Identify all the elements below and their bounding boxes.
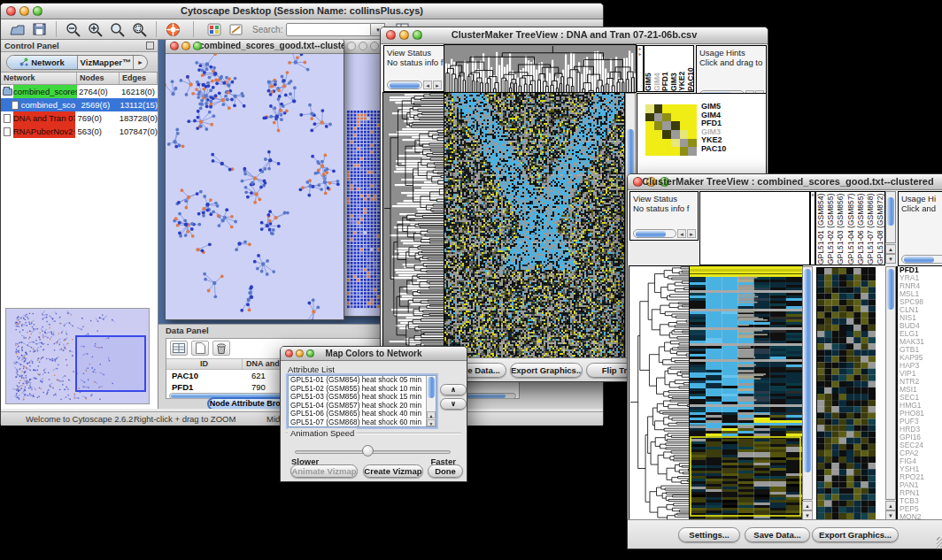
scroll-down-icon[interactable]: ▼	[885, 254, 896, 264]
view-status-panel: View Status No status info f ◄►	[383, 45, 444, 92]
row-label: PAC10	[701, 145, 726, 154]
labels-vscrollbar[interactable]	[885, 191, 896, 243]
hscrollbar[interactable]	[901, 254, 942, 264]
scroll-up-icon[interactable]: ▲	[427, 411, 436, 418]
zoom-button[interactable]	[370, 42, 379, 50]
new-attribute-icon[interactable]	[191, 341, 209, 356]
sc roll-up-icon[interactable]: ▲	[885, 244, 896, 254]
treeview1-titlebar[interactable]: ClusterMaker TreeView : DNA and Tran 07-…	[381, 27, 768, 44]
column-header-edges[interactable]: Edges	[120, 73, 158, 84]
correlation-heatmap[interactable]	[645, 104, 697, 156]
move-up-button[interactable]: ∧	[440, 384, 467, 395]
save-icon[interactable]	[28, 20, 50, 38]
scrollbar-thumb[interactable]	[804, 269, 811, 472]
open-folder-icon[interactable]	[6, 20, 28, 38]
column-labels: GPL51-01 (GSM854)GPL51-02 (GSM855)GPL51-…	[815, 191, 885, 265]
zoom-out-icon[interactable]	[62, 20, 84, 38]
speed-slider-thumb[interactable]	[362, 445, 374, 456]
overview-viewport-rect[interactable]	[75, 335, 146, 392]
network-row[interactable]: RNAPuberNov2+! 563(0) 107847(0)	[1, 125, 158, 138]
minimize-button[interactable]	[181, 42, 190, 50]
scroll-down-icon[interactable]: ▼	[427, 419, 436, 426]
heatmap-vscrollbar[interactable]	[802, 266, 813, 500]
scroll-up-icon[interactable]: ▲	[885, 501, 896, 510]
hscrollbar[interactable]: ◄►	[387, 80, 442, 89]
label-scroll-strip[interactable]: ►►	[637, 45, 644, 92]
network-view-window[interactable]: combined_scores_good.txt--cluste...	[165, 40, 344, 320]
heatmap-main[interactable]	[444, 93, 624, 359]
network-edges: 107847(0)	[118, 125, 158, 138]
minimize-button[interactable]	[359, 42, 367, 50]
annotation-icon[interactable]	[225, 20, 247, 38]
dialog-titlebar[interactable]: Map Colors to Network	[281, 347, 467, 361]
network-window-titlebar[interactable]: combined_scores_good.txt--cluste...	[166, 40, 344, 54]
map-colors-dialog: Map Colors to Network Attribute List ▲ ▼…	[280, 346, 467, 482]
scroll-right-icon[interactable]: ►	[687, 229, 696, 238]
gim-cell	[645, 147, 654, 156]
scrollbar-thumb[interactable]	[887, 197, 894, 226]
column-dendrogram-area[interactable]	[699, 191, 810, 265]
export-graphics-button[interactable]: Export Graphics...	[812, 527, 899, 542]
hscrollbar[interactable]: ◄►	[633, 228, 696, 238]
inactive-titlebar[interactable]	[343, 40, 383, 54]
scroll-arrows: ▲▼	[802, 501, 813, 520]
scroll-up-icon[interactable]: ▲	[802, 501, 813, 510]
tab-vizmapper[interactable]: VizMapper™	[78, 56, 133, 69]
scroll-left-icon[interactable]: ◄	[677, 229, 686, 238]
scrollbar-thumb[interactable]	[390, 82, 420, 88]
create-vizmap-button[interactable]: Create Vizmap	[363, 464, 423, 478]
help-lifering-icon[interactable]	[162, 20, 184, 38]
network-row[interactable]: combined_scores 2764(0) 16218(0)	[1, 85, 158, 98]
column-header-id[interactable]: ID	[166, 359, 243, 369]
settings-button[interactable]: Settings...	[678, 527, 740, 542]
export-graphics-button[interactable]: Export Graphics...	[510, 363, 583, 378]
network-overview-panel[interactable]	[5, 308, 150, 404]
view-status-title: View Status	[630, 192, 698, 203]
dialog-title: Map Colors to Network	[281, 349, 467, 358]
network-row[interactable]: DNA and Tran 07 769(0) 183728(0)	[1, 111, 158, 125]
gim-cell	[654, 113, 663, 122]
move-down-button[interactable]: ∨	[440, 398, 467, 410]
zoom-selected-icon[interactable]	[106, 20, 128, 38]
scroll-left-icon[interactable]: ◄	[423, 81, 432, 89]
heatmap-main[interactable]	[690, 266, 802, 521]
row-dendrogram[interactable]	[383, 93, 444, 359]
select-attributes-icon[interactable]	[170, 341, 188, 356]
vizmapper-icon[interactable]	[203, 20, 225, 38]
list-vscrollbar[interactable]: ▲ ▼	[426, 376, 436, 426]
network-view-window-background[interactable]	[342, 40, 384, 317]
row-dendrogram[interactable]	[629, 266, 689, 521]
close-button[interactable]	[170, 42, 179, 50]
delete-attribute-icon[interactable]	[212, 341, 230, 356]
search-input[interactable]	[286, 23, 371, 36]
scrollbar-thumb[interactable]	[887, 269, 894, 310]
network-canvas[interactable]	[166, 54, 344, 319]
treeview2-titlebar[interactable]: ClusterMaker TreeView : combined_scores_…	[628, 174, 942, 190]
column-header-network[interactable]: Network	[1, 73, 77, 84]
attribute-item[interactable]: GPL51-07 (GSM868) heat shock 60 min	[289, 418, 436, 427]
scrollbar-thumb[interactable]	[428, 377, 435, 398]
done-button[interactable]: Done	[428, 464, 463, 478]
heatmap-zoom[interactable]	[817, 268, 876, 519]
close-button[interactable]	[347, 42, 356, 50]
network-name: combined_sco	[21, 98, 80, 111]
gim-cell	[688, 139, 697, 148]
network-canvas-grid[interactable]	[343, 54, 383, 316]
tab-network[interactable]: Network	[7, 56, 78, 69]
scroll-right-icon[interactable]: ►	[433, 81, 442, 89]
zoom-button[interactable]	[193, 42, 202, 50]
zoom-vscrollbar[interactable]	[885, 266, 896, 500]
scrollbar-thumb[interactable]	[904, 257, 934, 263]
tab-more-button[interactable]: ►	[133, 56, 147, 69]
resize-grip[interactable]	[937, 537, 942, 548]
save-data-button[interactable]: Save Data...	[745, 527, 810, 542]
column-label: GPL51-07 (GSM868)	[866, 192, 876, 265]
scrollbar-thumb[interactable]	[636, 231, 666, 237]
column-header-nodes[interactable]: Nodes	[77, 73, 120, 84]
network-row[interactable]: combined_sco 2569(6) 13112(15)	[1, 98, 158, 111]
main-titlebar[interactable]: Cytoscape Desktop (Session Name: collins…	[1, 4, 603, 19]
zoom-fit-icon[interactable]	[128, 20, 151, 38]
float-panel-icon[interactable]	[146, 42, 154, 50]
zoom-in-icon[interactable]	[84, 20, 106, 38]
column-dendrogram[interactable]	[444, 45, 636, 92]
